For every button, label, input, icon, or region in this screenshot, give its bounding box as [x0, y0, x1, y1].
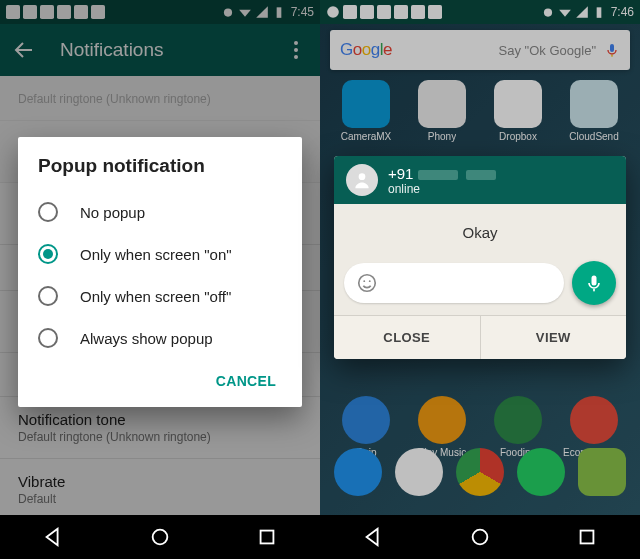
view-button[interactable]: VIEW	[481, 316, 627, 359]
svg-rect-18	[411, 5, 425, 19]
nav-bar-right	[320, 515, 640, 559]
messenger-icon	[360, 5, 374, 19]
whatsapp-popup: +91 online Okay CLOSE VIEW	[334, 156, 626, 359]
radio-off-icon	[38, 328, 58, 348]
gallery-icon	[377, 5, 391, 19]
dominos-icon	[394, 5, 408, 19]
svg-rect-23	[611, 55, 612, 57]
svg-point-20	[544, 9, 552, 17]
signal-icon	[575, 5, 589, 19]
contact-status: online	[388, 182, 496, 196]
svg-point-30	[473, 530, 488, 545]
radio-label: Only when screen "on"	[80, 246, 232, 263]
radio-label: No popup	[80, 204, 145, 221]
svg-rect-19	[428, 5, 442, 19]
nav-home-icon[interactable]	[469, 526, 491, 548]
google-searchbar[interactable]: Google Say "Ok Google"	[330, 30, 630, 70]
status-bar-right: 7:46	[320, 0, 640, 24]
popup-message: Okay	[334, 204, 626, 261]
app-row-top: CameraMX Phony Dropbox CloudSend	[320, 80, 640, 142]
nav-recent-icon[interactable]	[256, 526, 278, 548]
dock	[320, 448, 640, 496]
radio-label: Only when screen "off"	[80, 288, 231, 305]
radio-label: Always show popup	[80, 330, 213, 347]
svg-point-27	[369, 280, 371, 282]
cancel-button[interactable]: CANCEL	[210, 365, 282, 397]
svg-rect-31	[580, 531, 593, 544]
voice-message-button[interactable]	[572, 261, 616, 305]
radio-option[interactable]: Only when screen "on"	[38, 233, 282, 275]
popup-header: +91 online	[334, 156, 626, 204]
dock-whatsapp[interactable]	[510, 448, 571, 496]
dock-apps[interactable]	[389, 448, 450, 496]
dock-chrome[interactable]	[450, 448, 511, 496]
svg-rect-16	[377, 5, 391, 19]
phone-right: 7:46 Google Say "Ok Google" CameraMX Pho…	[320, 0, 640, 559]
radio-option[interactable]: Only when screen "off"	[38, 275, 282, 317]
radio-option[interactable]: No popup	[38, 191, 282, 233]
nav-recent-icon[interactable]	[576, 526, 598, 548]
radio-option[interactable]: Always show popup	[38, 317, 282, 359]
clock: 7:46	[611, 5, 634, 19]
voice-icon[interactable]	[604, 42, 620, 58]
phone-left: 7:45 Notifications Default ringtone (Unk…	[0, 0, 320, 559]
radio-off-icon	[38, 202, 58, 222]
radio-off-icon	[38, 286, 58, 306]
svg-point-25	[359, 275, 376, 292]
svg-rect-21	[596, 7, 601, 17]
contact-name: +91	[388, 165, 496, 182]
nav-bar-left	[0, 515, 320, 559]
dialog-title: Popup notification	[38, 155, 282, 177]
svg-rect-17	[394, 5, 408, 19]
svg-point-13	[327, 6, 339, 18]
emoji-icon[interactable]	[356, 272, 378, 294]
battery-icon	[592, 5, 606, 19]
alarm-icon	[541, 5, 555, 19]
app-cameramx[interactable]: CameraMX	[334, 80, 398, 142]
svg-rect-28	[592, 276, 597, 286]
svg-point-26	[363, 280, 365, 282]
google-hint: Say "Ok Google"	[499, 43, 596, 58]
svg-rect-15	[360, 5, 374, 19]
radio-on-icon	[38, 244, 58, 264]
nav-back-icon[interactable]	[362, 526, 384, 548]
close-button[interactable]: CLOSE	[334, 316, 481, 359]
whatsapp-icon	[326, 5, 340, 19]
svg-rect-22	[610, 44, 614, 52]
nav-back-icon[interactable]	[42, 526, 64, 548]
svg-point-24	[359, 173, 366, 180]
svg-rect-12	[260, 531, 273, 544]
app-dropbox[interactable]: Dropbox	[486, 80, 550, 142]
app-cloudsend[interactable]: CloudSend	[562, 80, 626, 142]
google-logo: Google	[340, 40, 392, 60]
popup-dialog: Popup notification No popup Only when sc…	[18, 137, 302, 407]
play-store-icon	[428, 5, 442, 19]
reply-input[interactable]	[344, 263, 564, 303]
svg-rect-29	[593, 289, 595, 292]
dock-phone[interactable]	[328, 448, 389, 496]
dock-messages[interactable]	[571, 448, 632, 496]
nav-home-icon[interactable]	[149, 526, 171, 548]
svg-rect-14	[343, 5, 357, 19]
play-store-icon	[411, 5, 425, 19]
wifi-icon	[558, 5, 572, 19]
facebook-icon	[343, 5, 357, 19]
svg-point-11	[153, 530, 168, 545]
avatar-icon	[346, 164, 378, 196]
app-phony[interactable]: Phony	[410, 80, 474, 142]
